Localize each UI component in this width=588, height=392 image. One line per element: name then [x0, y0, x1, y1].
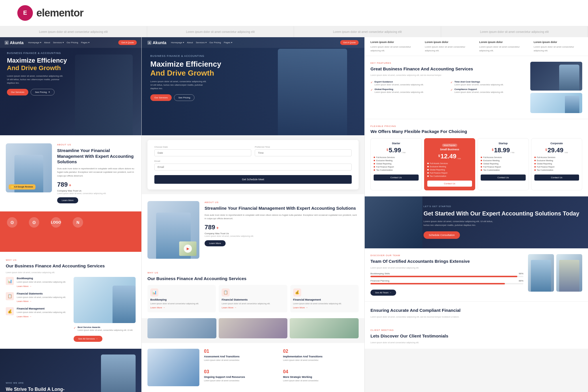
popular-badge: Most Popular [442, 144, 457, 147]
skill-financial: Financial Planning 88% [370, 280, 523, 284]
service-card-statements: 📋 Financial Statements Lorem ipsum dolor… [219, 285, 287, 313]
play-icon[interactable]: ▶ [184, 245, 192, 253]
biz-right-image [74, 277, 136, 323]
email-label: Email [154, 160, 352, 162]
feat-st-1: Full Access Services [481, 156, 526, 158]
team-title: Team Of Certified Accountants Brings Ext… [370, 258, 523, 264]
starter-contact-btn[interactable]: Contact Us [374, 175, 419, 181]
hero-mid-nav: A Akunta Homepage ▾ About Services ▾ Our… [142, 37, 364, 48]
small-biz-contact-btn[interactable]: Contact Us [427, 181, 472, 187]
hero-mid-pricing-btn[interactable]: See Pricing [174, 94, 194, 101]
hero-nav-quote-btn[interactable]: Get A Quote [118, 40, 137, 45]
startup-contact-btn[interactable]: Contact Us [481, 175, 526, 181]
cta-content: Let's Get Started Get Started With Our E… [424, 205, 581, 239]
schedule-form: Choose Date Preferred Time Email Get Sch… [147, 140, 359, 190]
google-badge: ⭐ 4.9 Google Reviews [9, 184, 35, 190]
corporate-contact-btn[interactable]: Contact Us [534, 175, 579, 181]
cta-schedule-btn[interactable]: Schedule Consultation [424, 231, 460, 239]
service-card-learn-1[interactable]: Learn More → [150, 306, 213, 309]
about-mid-learn-btn[interactable]: Learn More [205, 240, 226, 246]
gear-icon: ⚙ [29, 217, 39, 228]
about-title: Streamline Your Financial Management Wit… [57, 148, 136, 165]
about-learn-btn[interactable]: Learn More [57, 197, 78, 203]
feat-st-3: Global Reporting [481, 163, 526, 165]
discover-section: Client Meeting Lets Discover Our Client … [365, 324, 588, 349]
top-col-4: Lorem ipsum dolor Lorem ipsum dolor sit … [534, 40, 583, 53]
hero-mid-services-btn[interactable]: Our Services [150, 94, 172, 101]
mgmt-icon: 💰 [6, 307, 14, 315]
pricing-title: We Offers Many Flexible Package For Choi… [370, 129, 582, 134]
services-mid: Why Us Our Business Finance And Accounti… [142, 266, 364, 318]
team-label: Discover Our Team [370, 254, 523, 257]
hero-mid: A Akunta Homepage ▾ About Services ▾ Our… [142, 37, 364, 135]
schedule-btn[interactable]: Get Schedule Meet [154, 175, 352, 184]
service-card-learn-2[interactable]: Learn More → [222, 306, 284, 309]
see-all-services-btn[interactable]: See All Services → [74, 336, 102, 342]
strive-step-3: 03 Ongoing Support And Resources Lorem i… [204, 369, 280, 386]
statements-icon: 📋 [6, 292, 14, 300]
email-input[interactable] [154, 164, 352, 170]
right-column: Lorem ipsum dolor Lorem ipsum dolor sit … [365, 37, 588, 392]
pricing-card-small-biz: Most Popular Small Business $ 12.49 / mo… [424, 138, 475, 190]
feat-c-1: Full Access Services [534, 156, 579, 158]
biz-title: Our Business Finance And Accounting Serv… [6, 263, 136, 269]
strive-mid-image [147, 349, 199, 386]
about-mid-stat-row: 789 + [205, 224, 359, 231]
feat-st-4: Full Finance Report [481, 166, 526, 168]
price-starter: $ 5.99 / mo [374, 147, 419, 153]
bookkeeping-learn-link[interactable]: Learn More → [17, 285, 66, 288]
feat-sb-4: Full Finance Report [427, 172, 472, 174]
about-mid-image: ▶ [147, 201, 199, 259]
strip-item-2: Lorem ipsum dolor sit amet consectetur a… [147, 26, 294, 37]
hero-mid-title: Maximize Efficiency And Drive Growth [150, 60, 221, 78]
about-mid-label: About Us [205, 201, 359, 204]
date-input[interactable] [154, 149, 251, 156]
check-compliance: ✓ Compliance Support Lorem ipsum dolor s… [450, 88, 526, 93]
hero-mid-subtitle: Business Finance & Accounting [150, 55, 221, 57]
logo-icon: E [17, 5, 33, 21]
feat-s-1: Full Access Services [374, 156, 419, 158]
about-desc: Duis aute irure dolor in reprehenderit i… [57, 167, 136, 178]
biz-col-right: ✓ Best Service Awards Lorem ipsum dolor … [74, 277, 136, 342]
service-icon-n: N [73, 217, 83, 228]
feat-sb-1: Full Assets Services [427, 162, 472, 164]
about-mid-text: About Us Streamline Your Financial Manag… [205, 201, 359, 259]
statements-learn-link[interactable]: Learn More → [17, 300, 66, 303]
service-thumb-1 [147, 318, 216, 338]
service-card-bookkeeping: 📊 Bookkeeping Lorem ipsum dolor sit amet… [147, 285, 216, 313]
key-features: Key Features Great Business Finance And … [365, 56, 588, 119]
hero-services-btn[interactable]: Our Services [7, 89, 28, 95]
biz-item-bookkeeping: 📊 Bookkeeping Lorem ipsum dolor sit amet… [6, 277, 68, 288]
right-top-text: Lorem ipsum dolor Lorem ipsum dolor sit … [365, 37, 588, 56]
hero-mid-quote-btn[interactable]: Get A Quote [340, 40, 359, 45]
strip-item-1: Lorem ipsum dolor sit amet consectetur a… [0, 26, 147, 37]
skill-bar-financial [370, 283, 505, 284]
hero-mid-desc: Lorem ipsum dolor sit amet, consectetur … [150, 80, 208, 90]
price-startup: $ 18.99 / mo [481, 147, 526, 153]
mgmt-learn-link[interactable]: Learn More → [17, 315, 66, 318]
time-input[interactable] [255, 149, 352, 156]
stat-row: 789 + [57, 181, 136, 188]
strip-item-4: Lorem ipsum dolor sit amet consectetur a… [441, 26, 588, 37]
hero-pricing-btn[interactable]: See Pricing [31, 89, 55, 95]
see-all-team-btn[interactable]: See All Team → [370, 290, 396, 296]
hero-subtitle: Business Finance & Accounting [7, 52, 67, 55]
services-mid-label: Why Us [147, 271, 359, 274]
checkmark-icon: ✓ [74, 326, 76, 329]
hero-btns: Our Services See Pricing [7, 89, 67, 95]
cta-desc: Lorem ipsum dolor sit amet, consectetur … [424, 220, 499, 227]
time-label: Preferred Time [255, 146, 352, 148]
settings-icon: ⚙ [7, 217, 17, 228]
price-corporate: $ 29.49 / mo [534, 147, 579, 153]
bookkeeping-card-icon: 📊 [150, 288, 158, 297]
top-strips: Lorem ipsum dolor sit amet consectetur a… [0, 26, 588, 37]
feat-s-5: Tax Customization [374, 169, 419, 171]
schedule-date-time-row: Choose Date Preferred Time [154, 146, 352, 156]
service-card-learn-3[interactable]: Learn More → [293, 306, 356, 309]
skill-bar-bookkeeping [370, 276, 517, 277]
pricing-card-starter: Starter $ 5.99 / mo Full Access Services… [370, 138, 422, 190]
ensuring-section: Ensuring Accurate And Compliant Financia… [365, 301, 588, 324]
feat-sb-5: Tax Customization [427, 175, 472, 177]
hero-bottom-left: Who We Are We Strive To Build A Long- [0, 349, 141, 392]
pricing-section: Flexible Pricing We Offers Many Flexible… [365, 119, 588, 197]
